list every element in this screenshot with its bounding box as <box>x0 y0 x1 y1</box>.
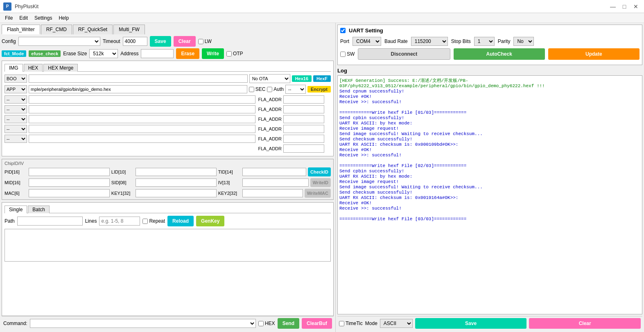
mid-input[interactable] <box>29 178 110 187</box>
fla-addr-input-2[interactable] <box>283 105 324 113</box>
tab-single[interactable]: Single <box>5 206 27 213</box>
sec-checkbox[interactable] <box>249 87 254 92</box>
lw-checkbox[interactable] <box>198 39 203 44</box>
uart-enable-checkbox[interactable] <box>340 28 346 33</box>
tab-batch[interactable]: Batch <box>28 206 50 213</box>
autocheck-button[interactable]: AutoCheck <box>454 48 545 60</box>
row4-path-input[interactable] <box>29 105 255 113</box>
genkey-button[interactable]: GenKey <box>196 216 224 226</box>
tab-multi-fw[interactable]: Multi_FW <box>113 25 145 34</box>
erase-size-select[interactable]: 512k <box>89 49 118 58</box>
boot-dd-select[interactable]: BOO <box>5 75 27 83</box>
fla-addr-input-1[interactable] <box>283 95 324 104</box>
hex-checkbox-label[interactable]: HEX <box>258 321 275 326</box>
row5-dd-select[interactable]: -- <box>5 115 27 123</box>
lid-input[interactable] <box>136 168 217 176</box>
hex-checkbox[interactable] <box>258 321 264 326</box>
sid-input[interactable] <box>136 178 217 187</box>
tid-input[interactable] <box>242 168 306 176</box>
mode-select[interactable]: ASCII <box>380 319 413 328</box>
app-dd-select[interactable]: APP <box>5 85 27 93</box>
sec-checkbox-label[interactable]: SEC <box>249 86 266 92</box>
address-input[interactable] <box>141 49 174 58</box>
row2-dd-select[interactable]: -- <box>285 85 306 94</box>
disconnect-button[interactable]: Disconnect <box>358 48 450 60</box>
key1-input[interactable] <box>136 189 217 197</box>
pid-input[interactable] <box>29 168 110 176</box>
tab-hex-merge[interactable]: HEX Merge <box>43 64 78 72</box>
repeat-checkbox[interactable] <box>142 219 148 224</box>
maximize-button[interactable]: □ <box>619 2 629 11</box>
auth-checkbox-label[interactable]: Auth <box>267 86 284 92</box>
menu-edit[interactable]: Edit <box>16 13 31 23</box>
timetic-checkbox[interactable] <box>339 321 344 326</box>
title-bar: P PhyPlusKit — □ ✕ <box>0 0 644 13</box>
command-select[interactable] <box>30 319 256 328</box>
log-save-button[interactable]: Save <box>415 318 527 329</box>
clearbuf-button[interactable]: ClearBuf <box>302 318 332 329</box>
port-select[interactable]: COM4 <box>353 37 381 46</box>
tab-img[interactable]: IMG <box>5 64 23 72</box>
tab-rf-cmd[interactable]: RF_CMD <box>41 25 72 34</box>
chipid-mid-row: MID[16] <box>5 178 110 187</box>
row7-path-input[interactable] <box>29 135 255 143</box>
fla-addr-input-3[interactable] <box>283 115 324 123</box>
row6-path-input[interactable] <box>29 125 255 133</box>
otp-checkbox[interactable] <box>226 51 232 56</box>
log-clear-button[interactable]: Clear <box>529 318 641 329</box>
timeout-input[interactable] <box>123 37 147 46</box>
lines-input[interactable] <box>99 217 140 226</box>
no-ota-select[interactable]: No OTA <box>249 74 290 83</box>
tab-flash-writer[interactable]: Flash_Writer <box>2 25 40 34</box>
menu-settings[interactable]: Settings <box>31 13 55 23</box>
fla-addr-input-5[interactable] <box>283 135 324 143</box>
log-content[interactable]: [HEXF Generation] Success: E:/渐述/文档/开发板/… <box>337 75 642 314</box>
fla-addr-input-4[interactable] <box>283 125 324 133</box>
tab-rf-quickset[interactable]: RF_QuickSet <box>73 25 113 34</box>
save-button[interactable]: Save <box>150 36 171 47</box>
boot-path-input[interactable] <box>29 75 248 83</box>
row3-path-input[interactable] <box>29 95 255 104</box>
hexf-button[interactable]: HexF <box>313 75 331 82</box>
write-button[interactable]: Write <box>202 48 224 59</box>
batch-path-input[interactable] <box>17 217 83 226</box>
menu-help[interactable]: Help <box>55 13 72 23</box>
update-button[interactable]: Update <box>548 48 639 60</box>
lw-checkbox-label[interactable]: LW <box>198 38 212 44</box>
close-button[interactable]: ✕ <box>631 2 641 11</box>
row6-dd-select[interactable]: -- <box>5 125 27 133</box>
hex16-button[interactable]: Hex16 <box>292 75 312 82</box>
reload-button[interactable]: Reload <box>167 216 194 226</box>
app-path-input[interactable] <box>29 85 247 93</box>
baudrate-select[interactable]: 115200 <box>411 37 448 46</box>
row7-dd-select[interactable]: -- <box>5 135 27 143</box>
clear-button[interactable]: Clear <box>174 36 196 47</box>
iv-input[interactable] <box>242 178 309 187</box>
tab-hex[interactable]: HEX <box>24 64 43 72</box>
stopbits-select[interactable]: 1 <box>474 37 495 46</box>
batch-path-row: Path Lines Repeat Reload GenKey <box>5 216 331 226</box>
parity-select[interactable]: No <box>513 37 534 46</box>
erase-button[interactable]: Erase <box>176 48 199 59</box>
fla-addr-input-6[interactable] <box>283 145 324 153</box>
batch-textarea[interactable] <box>5 229 331 262</box>
checkid-button[interactable]: CheckID <box>308 167 331 176</box>
repeat-checkbox-label[interactable]: Repeat <box>142 218 165 224</box>
row4-dd-select[interactable]: -- <box>5 105 27 113</box>
auth-checkbox[interactable] <box>267 87 272 92</box>
encrypt-button[interactable]: Encrypt <box>307 86 331 93</box>
config-select[interactable] <box>18 37 100 46</box>
row3-dd-select[interactable]: -- <box>5 95 27 104</box>
sw-checkbox-label[interactable]: SW <box>340 51 355 57</box>
mac-input[interactable] <box>29 189 110 197</box>
row5-path-input[interactable] <box>29 115 255 123</box>
menu-file[interactable]: File <box>2 13 16 23</box>
minimize-button[interactable]: — <box>608 2 618 11</box>
writeid-button[interactable]: WriteID <box>310 178 331 187</box>
send-button[interactable]: Send <box>278 318 299 329</box>
timetic-checkbox-label[interactable]: TimeTic <box>339 321 363 326</box>
otp-checkbox-label[interactable]: OTP <box>226 51 243 56</box>
writemac-button[interactable]: WriteMAC <box>305 189 331 198</box>
key2-input[interactable] <box>242 189 303 197</box>
sw-checkbox[interactable] <box>340 52 346 57</box>
